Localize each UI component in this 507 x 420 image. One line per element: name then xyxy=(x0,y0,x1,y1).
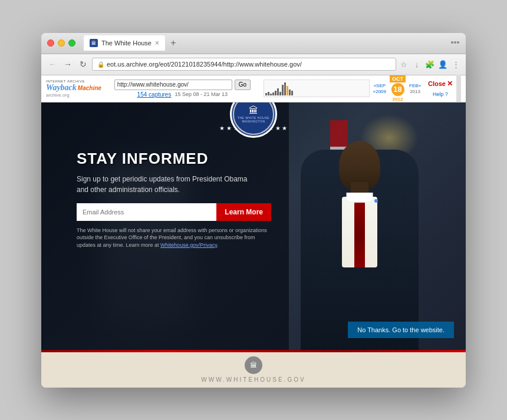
white-house-seal: 🏛 THE WHITE HOUSEWASHINGTON xyxy=(230,102,277,138)
calendar-section: «SEP «2009 OCT 18 2012 FEB» 2013 xyxy=(373,75,421,102)
wayback-url-section: Go 154 captures 15 Sep 08 - 21 Mar 13 xyxy=(105,80,260,98)
menu-icon[interactable]: ⋮ xyxy=(450,59,461,70)
svg-point-2 xyxy=(457,41,459,44)
ia-logo: INTERNET ARCHIVE Wayback Machine archive… xyxy=(46,80,101,98)
svg-point-1 xyxy=(451,41,453,44)
feb-label[interactable]: FEB» xyxy=(409,83,421,88)
no-thanks-button[interactable]: No Thanks. Go to the website. xyxy=(348,322,454,338)
learn-more-button[interactable]: Learn More xyxy=(216,203,271,221)
privacy-link[interactable]: Whitehouse.gov/Privacy xyxy=(160,242,217,248)
wayback-machine-text: Machine xyxy=(78,85,101,91)
wayback-scrollbar[interactable] xyxy=(456,75,461,102)
extensions-icon[interactable]: 🧩 xyxy=(424,59,435,70)
wayback-bar: INTERNET ARCHIVE Wayback Machine archive… xyxy=(41,75,466,102)
calendar-day[interactable]: 18 xyxy=(391,83,404,96)
minimize-window-button[interactable] xyxy=(58,39,65,47)
ia-logo-bottom: archive.org xyxy=(46,92,70,98)
close-x-icon[interactable]: ✕ xyxy=(447,80,453,88)
disclaimer-text: The White House will not share your emai… xyxy=(77,227,271,249)
sep-label[interactable]: «SEP xyxy=(374,83,386,88)
url-text: eot.us.archive.org/eot/20121018235944/ht… xyxy=(107,61,302,68)
seal-circle: 🏛 THE WHITE HOUSEWASHINGTON xyxy=(230,102,277,138)
toolbar-icons: ☆ ↓ 🧩 👤 ⋮ xyxy=(399,59,461,70)
title-bar: 🏛 The White House × + xyxy=(41,33,466,54)
maximize-window-button[interactable] xyxy=(68,39,75,47)
address-bar[interactable]: 🔒 eot.us.archive.org/eot/20121018235944/… xyxy=(92,58,396,71)
person-image xyxy=(277,126,442,350)
download-icon[interactable]: ↓ xyxy=(411,59,422,70)
year-curr[interactable]: 2012 xyxy=(393,97,403,102)
refresh-button[interactable]: ↻ xyxy=(77,58,90,71)
new-tab-button[interactable]: + xyxy=(167,37,179,49)
browser-window: 🏛 The White House × + ← → ↻ 🔒 eot.us.arc… xyxy=(41,33,466,388)
oct-label[interactable]: OCT xyxy=(390,75,406,82)
timeline-bars xyxy=(264,80,294,97)
year-prev[interactable]: «2009 xyxy=(373,89,386,94)
captures-date: 15 Sep 08 - 21 Mar 13 xyxy=(175,91,228,97)
main-content-area: 🏛 THE WHITE HOUSEWASHINGTON ★ ★ ★ ★ ★ ★ … xyxy=(41,102,466,350)
panel-subtitle: Sign up to get periodic updates from Pre… xyxy=(77,174,271,195)
active-tab[interactable]: 🏛 The White House × xyxy=(84,35,165,51)
email-form: Learn More xyxy=(77,203,271,221)
year-next: 2013 xyxy=(410,89,420,94)
wayback-go-button[interactable]: Go xyxy=(235,80,251,90)
footer-seal-icon: 🏛 xyxy=(245,356,262,374)
tab-close-button[interactable]: × xyxy=(155,39,159,47)
forward-button[interactable]: → xyxy=(61,58,74,71)
captures-link[interactable]: 154 captures xyxy=(137,91,172,98)
timeline-area[interactable] xyxy=(264,80,370,97)
wayback-url-bar: Go xyxy=(114,80,251,90)
bookmark-icon[interactable]: ☆ xyxy=(399,59,409,70)
email-input[interactable] xyxy=(77,203,216,221)
window-menu-icon xyxy=(450,38,460,49)
wayback-url-input[interactable] xyxy=(114,80,232,90)
panel-title: STAY INFORMED xyxy=(77,150,271,168)
wayback-close-button[interactable]: Close xyxy=(428,80,446,87)
info-panel: STAY INFORMED Sign up to get periodic up… xyxy=(77,150,271,249)
tab-favicon-icon: 🏛 xyxy=(90,39,98,47)
tab-area: 🏛 The White House × + xyxy=(84,35,447,51)
seal-text: THE WHITE HOUSEWASHINGTON xyxy=(238,116,269,123)
site-footer: 🏛 WWW.WHITEHOUSE.GOV xyxy=(41,352,466,388)
seal-inner: 🏛 THE WHITE HOUSEWASHINGTON xyxy=(233,102,274,135)
tab-title: The White House xyxy=(101,39,152,47)
browser-toolbar: ← → ↻ 🔒 eot.us.archive.org/eot/201210182… xyxy=(41,54,466,75)
close-window-button[interactable] xyxy=(47,39,54,47)
wayback-help-button[interactable]: Help ? xyxy=(433,91,448,97)
svg-point-0 xyxy=(454,41,456,44)
footer-url-text: WWW.WHITEHOUSE.GOV xyxy=(201,376,305,383)
wayback-logo-text: Wayback xyxy=(46,83,77,92)
profile-icon[interactable]: 👤 xyxy=(437,59,448,70)
back-button[interactable]: ← xyxy=(46,58,59,71)
